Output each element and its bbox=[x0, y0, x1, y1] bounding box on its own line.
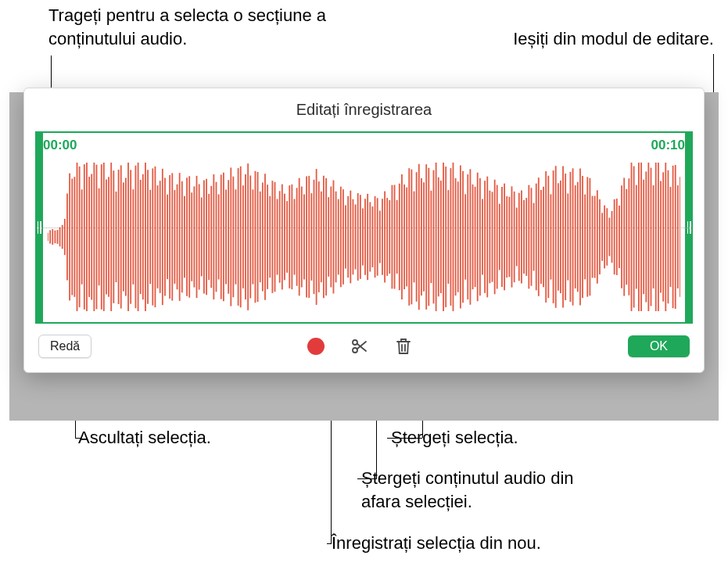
toolbar: Redă bbox=[24, 324, 704, 372]
edit-recording-panel: Editați înregistrarea 00:00 00:10 Redă bbox=[23, 88, 705, 373]
trash-icon bbox=[395, 337, 412, 356]
trim-button[interactable] bbox=[349, 335, 371, 357]
record-icon bbox=[307, 338, 325, 355]
time-end-label: 00:10 bbox=[651, 138, 685, 153]
ok-button[interactable]: OK bbox=[628, 335, 690, 357]
waveform[interactable] bbox=[48, 159, 680, 314]
callout-delete-outside: Ștergeți conținutul audio din afara sele… bbox=[361, 467, 611, 513]
time-start-label: 00:00 bbox=[43, 138, 77, 153]
scissors-icon bbox=[350, 337, 369, 356]
play-button[interactable]: Redă bbox=[38, 335, 91, 358]
delete-button[interactable] bbox=[393, 335, 414, 357]
callout-rerecord: Înregistrați selecția din nou. bbox=[332, 532, 541, 555]
record-button[interactable] bbox=[305, 335, 327, 357]
callout-listen: Ascultați selecția. bbox=[78, 426, 211, 450]
callout-exit-edit: Ieșiți din modul de editare. bbox=[513, 27, 714, 51]
panel-title: Editați înregistrarea bbox=[24, 88, 704, 127]
waveform-container[interactable]: 00:00 00:10 bbox=[35, 131, 693, 324]
callout-drag-select: Trageți pentru a selecta o secțiune a co… bbox=[48, 4, 330, 50]
